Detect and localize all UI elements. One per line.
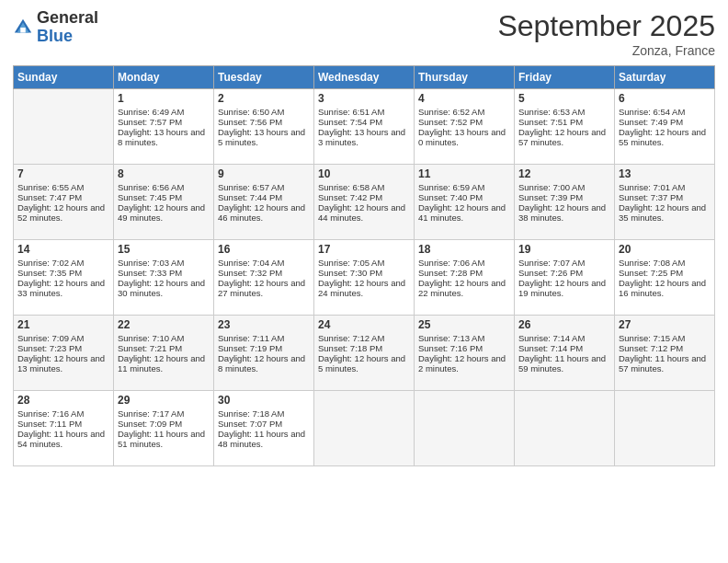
day-number: 7	[17, 167, 109, 180]
sunset-text: Sunset: 7:42 PM	[318, 192, 410, 202]
sunrise-text: Sunrise: 7:15 AM	[619, 333, 711, 343]
daylight-text: Daylight: 12 hours and 41 minutes.	[418, 202, 510, 223]
daylight-text: Daylight: 11 hours and 59 minutes.	[518, 353, 610, 373]
week-row-4: 28Sunrise: 7:16 AMSunset: 7:11 PMDayligh…	[14, 391, 715, 466]
calendar-cell: 19Sunrise: 7:07 AMSunset: 7:26 PMDayligh…	[515, 240, 615, 316]
sunset-text: Sunset: 7:52 PM	[418, 117, 510, 127]
sunrise-text: Sunrise: 6:54 AM	[619, 107, 711, 117]
calendar-cell: 4Sunrise: 6:52 AMSunset: 7:52 PMDaylight…	[415, 89, 515, 165]
logo-general: General	[37, 8, 98, 27]
daylight-text: Daylight: 12 hours and 46 minutes.	[218, 202, 310, 223]
sunrise-text: Sunrise: 7:09 AM	[17, 333, 109, 343]
calendar-cell: 11Sunrise: 6:59 AMSunset: 7:40 PMDayligh…	[415, 165, 515, 240]
daylight-text: Daylight: 12 hours and 11 minutes.	[118, 353, 210, 373]
sunset-text: Sunset: 7:49 PM	[619, 117, 711, 127]
calendar-cell	[415, 391, 515, 466]
calendar-cell: 13Sunrise: 7:01 AMSunset: 7:37 PMDayligh…	[615, 165, 715, 240]
calendar-cell: 24Sunrise: 7:12 AMSunset: 7:18 PMDayligh…	[314, 316, 415, 391]
sunrise-text: Sunrise: 7:05 AM	[318, 258, 410, 268]
day-number: 11	[418, 167, 510, 180]
sunrise-text: Sunrise: 7:14 AM	[518, 333, 610, 343]
sunrise-text: Sunrise: 6:55 AM	[17, 182, 109, 192]
calendar-cell: 5Sunrise: 6:53 AMSunset: 7:51 PMDaylight…	[515, 89, 615, 165]
daylight-text: Daylight: 12 hours and 27 minutes.	[218, 278, 310, 298]
sunset-text: Sunset: 7:26 PM	[518, 268, 610, 278]
sunset-text: Sunset: 7:14 PM	[518, 343, 610, 353]
day-number: 14	[17, 243, 109, 256]
daylight-text: Daylight: 13 hours and 0 minutes.	[418, 127, 510, 147]
sunrise-text: Sunrise: 7:04 AM	[218, 258, 310, 268]
day-number: 28	[17, 394, 109, 407]
day-number: 24	[318, 318, 410, 331]
calendar-cell: 23Sunrise: 7:11 AMSunset: 7:19 PMDayligh…	[214, 316, 314, 391]
daylight-text: Daylight: 12 hours and 52 minutes.	[17, 202, 109, 223]
daylight-text: Daylight: 11 hours and 54 minutes.	[17, 429, 109, 449]
sunset-text: Sunset: 7:07 PM	[218, 419, 310, 429]
logo-icon	[13, 17, 33, 38]
calendar-cell: 14Sunrise: 7:02 AMSunset: 7:35 PMDayligh…	[14, 240, 114, 316]
calendar-cell: 15Sunrise: 7:03 AMSunset: 7:33 PMDayligh…	[114, 240, 214, 316]
sunset-text: Sunset: 7:56 PM	[218, 117, 310, 127]
calendar-cell: 20Sunrise: 7:08 AMSunset: 7:25 PMDayligh…	[615, 240, 715, 316]
sunset-text: Sunset: 7:39 PM	[518, 192, 610, 202]
day-number: 1	[118, 92, 210, 105]
sunset-text: Sunset: 7:09 PM	[118, 419, 210, 429]
calendar-cell	[314, 391, 415, 466]
logo-text: General Blue	[37, 9, 98, 46]
header-row: SundayMondayTuesdayWednesdayThursdayFrid…	[14, 66, 715, 89]
calendar-cell	[515, 391, 615, 466]
sunset-text: Sunset: 7:40 PM	[418, 192, 510, 202]
daylight-text: Daylight: 11 hours and 57 minutes.	[619, 353, 711, 373]
sunrise-text: Sunrise: 6:49 AM	[118, 107, 210, 117]
logo-blue: Blue	[37, 27, 73, 45]
daylight-text: Daylight: 11 hours and 51 minutes.	[118, 429, 210, 449]
month-title: September 2025	[497, 9, 715, 43]
day-number: 3	[318, 92, 410, 105]
sunset-text: Sunset: 7:25 PM	[619, 268, 711, 278]
day-number: 16	[218, 243, 310, 256]
daylight-text: Daylight: 13 hours and 8 minutes.	[118, 127, 210, 147]
day-number: 4	[418, 92, 510, 105]
day-number: 22	[118, 318, 210, 331]
day-header-sunday: Sunday	[14, 66, 114, 89]
day-number: 27	[619, 318, 711, 331]
header: General Blue September 2025 Zonza, Franc…	[13, 9, 715, 58]
calendar-cell: 21Sunrise: 7:09 AMSunset: 7:23 PMDayligh…	[14, 316, 114, 391]
day-number: 13	[619, 167, 711, 180]
calendar-cell: 18Sunrise: 7:06 AMSunset: 7:28 PMDayligh…	[415, 240, 515, 316]
daylight-text: Daylight: 12 hours and 30 minutes.	[118, 278, 210, 298]
location-subtitle: Zonza, France	[497, 43, 715, 58]
sunrise-text: Sunrise: 7:18 AM	[218, 408, 310, 419]
calendar-cell: 25Sunrise: 7:13 AMSunset: 7:16 PMDayligh…	[415, 316, 515, 391]
day-number: 26	[518, 318, 610, 331]
calendar-cell: 7Sunrise: 6:55 AMSunset: 7:47 PMDaylight…	[14, 165, 114, 240]
daylight-text: Daylight: 13 hours and 3 minutes.	[318, 127, 410, 147]
calendar-cell: 6Sunrise: 6:54 AMSunset: 7:49 PMDaylight…	[615, 89, 715, 165]
day-header-tuesday: Tuesday	[214, 66, 314, 89]
daylight-text: Daylight: 12 hours and 16 minutes.	[619, 278, 711, 298]
page: General Blue September 2025 Zonza, Franc…	[0, 0, 728, 563]
sunrise-text: Sunrise: 6:50 AM	[218, 107, 310, 117]
sunset-text: Sunset: 7:45 PM	[118, 192, 210, 202]
calendar-cell: 10Sunrise: 6:58 AMSunset: 7:42 PMDayligh…	[314, 165, 415, 240]
sunrise-text: Sunrise: 6:58 AM	[318, 182, 410, 192]
sunset-text: Sunset: 7:47 PM	[17, 192, 109, 202]
daylight-text: Daylight: 12 hours and 13 minutes.	[17, 353, 109, 373]
daylight-text: Daylight: 11 hours and 48 minutes.	[218, 429, 310, 449]
sunrise-text: Sunrise: 6:52 AM	[418, 107, 510, 117]
daylight-text: Daylight: 12 hours and 8 minutes.	[218, 353, 310, 373]
daylight-text: Daylight: 12 hours and 57 minutes.	[518, 127, 610, 147]
calendar-cell: 17Sunrise: 7:05 AMSunset: 7:30 PMDayligh…	[314, 240, 415, 316]
sunrise-text: Sunrise: 7:13 AM	[418, 333, 510, 343]
sunset-text: Sunset: 7:12 PM	[619, 343, 711, 353]
sunset-text: Sunset: 7:44 PM	[218, 192, 310, 202]
sunrise-text: Sunrise: 6:51 AM	[318, 107, 410, 117]
sunset-text: Sunset: 7:11 PM	[17, 419, 109, 429]
calendar-cell: 16Sunrise: 7:04 AMSunset: 7:32 PMDayligh…	[214, 240, 314, 316]
sunrise-text: Sunrise: 7:11 AM	[218, 333, 310, 343]
sunrise-text: Sunrise: 7:06 AM	[418, 258, 510, 268]
day-number: 15	[118, 243, 210, 256]
week-row-2: 14Sunrise: 7:02 AMSunset: 7:35 PMDayligh…	[14, 240, 715, 316]
calendar-cell: 12Sunrise: 7:00 AMSunset: 7:39 PMDayligh…	[515, 165, 615, 240]
day-number: 25	[418, 318, 510, 331]
